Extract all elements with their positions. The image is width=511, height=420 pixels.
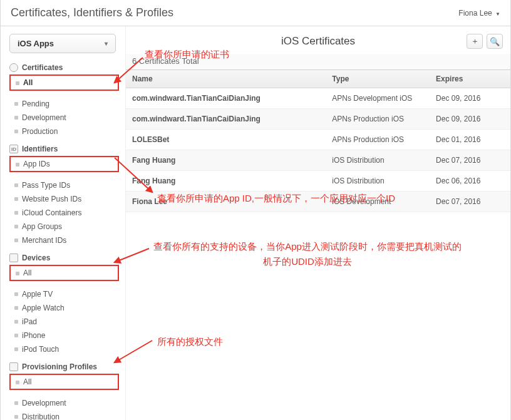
- section-icon: [9, 254, 18, 262]
- table-row[interactable]: com.windward.TianTianCaiDianJingAPNs Pro…: [126, 109, 510, 130]
- cell-type: APNs Production iOS: [326, 130, 430, 150]
- sidebar-item-production[interactable]: Production: [9, 125, 119, 138]
- sidebar-item-development[interactable]: Development: [9, 396, 119, 410]
- section-title: Devices: [22, 254, 50, 262]
- sidebar-item-ipod-touch[interactable]: iPod Touch: [9, 342, 119, 356]
- column-header-expires[interactable]: Expires: [430, 70, 510, 88]
- app-selector[interactable]: iOS Apps ▾: [9, 34, 116, 53]
- section-title: Certificates: [22, 63, 63, 72]
- annotation-devices: 查看你所有的支持的设备，当你App进入测试阶段时，你需要把真机测试的机子的UDI…: [151, 239, 464, 269]
- sidebar: iOS Apps ▾ CertificatesAllPendingDevelop…: [1, 26, 126, 420]
- sidebar-section-identifiers: IDIdentifiers: [9, 145, 119, 153]
- section-icon: [9, 362, 18, 371]
- user-menu[interactable]: Fiona Lee ▼: [458, 9, 500, 18]
- sidebar-item-ipad[interactable]: iPad: [9, 315, 119, 329]
- sidebar-section-provisioning-profiles: Provisioning Profiles: [9, 362, 119, 371]
- sidebar-item-app-groups[interactable]: App Groups: [9, 220, 119, 233]
- sidebar-item-icloud-containers[interactable]: iCloud Containers: [9, 206, 119, 220]
- sidebar-item-development[interactable]: Development: [9, 111, 119, 125]
- cell-name: Fang Huang: [126, 171, 326, 192]
- table-row[interactable]: Fiona LeeiOS DevelopmentDec 07, 2016: [126, 192, 510, 212]
- table-row[interactable]: Fang HuangiOS DistributionDec 07, 2016: [126, 150, 510, 171]
- sidebar-item-iphone[interactable]: iPhone: [9, 329, 119, 342]
- plus-icon: ＋: [471, 36, 479, 47]
- page-title: Certificates, Identifiers & Profiles: [11, 6, 173, 19]
- table-row[interactable]: LOLESBetAPNs Production iOSDec 01, 2016: [126, 130, 510, 150]
- cell-name: Fang Huang: [126, 150, 326, 171]
- sidebar-item-merchant-ids[interactable]: Merchant IDs: [9, 233, 119, 247]
- sidebar-item-apple-tv[interactable]: Apple TV: [9, 287, 119, 301]
- search-icon: 🔍: [490, 37, 500, 46]
- section-title: Identifiers: [22, 145, 58, 153]
- section-icon: [9, 63, 18, 72]
- cell-expires: Dec 09, 2016: [430, 109, 510, 130]
- certificates-table: Name Type Expires com.windward.TianTianC…: [126, 70, 510, 212]
- section-icon: ID: [9, 145, 18, 153]
- sidebar-item-all[interactable]: All: [11, 76, 118, 89]
- table-row[interactable]: com.windward.TianTianCaiDianJingAPNs Dev…: [126, 88, 510, 109]
- sidebar-section-devices: Devices: [9, 254, 119, 262]
- sidebar-section-certificates: Certificates: [9, 63, 119, 72]
- cell-type: APNs Production iOS: [326, 109, 430, 130]
- chevron-down-icon: ▼: [495, 11, 500, 17]
- annotation-profiles: 所有的授权文件: [157, 336, 223, 348]
- sidebar-item-distribution[interactable]: Distribution: [9, 410, 119, 420]
- sidebar-item-pending[interactable]: Pending: [9, 97, 119, 111]
- cell-name: LOLESBet: [126, 130, 326, 150]
- certificates-count: 6 Certificates Total: [126, 54, 510, 70]
- cell-expires: Dec 07, 2016: [430, 192, 510, 212]
- column-header-type[interactable]: Type: [326, 70, 430, 88]
- app-selector-label: iOS Apps: [18, 39, 54, 48]
- main-title: iOS Certificates: [281, 35, 355, 48]
- cell-type: iOS Development: [326, 192, 430, 212]
- table-row[interactable]: Fang HuangiOS DistributionDec 06, 2016: [126, 171, 510, 192]
- titlebar: Certificates, Identifiers & Profiles Fio…: [1, 0, 510, 26]
- sidebar-item-all[interactable]: All: [11, 267, 118, 279]
- search-button[interactable]: 🔍: [487, 34, 503, 49]
- cell-expires: Dec 07, 2016: [430, 150, 510, 171]
- cell-expires: Dec 09, 2016: [430, 88, 510, 109]
- cell-name: com.windward.TianTianCaiDianJing: [126, 88, 326, 109]
- sidebar-item-app-ids[interactable]: App IDs: [11, 158, 118, 170]
- sidebar-item-apple-watch[interactable]: Apple Watch: [9, 301, 119, 315]
- cell-name: com.windward.TianTianCaiDianJing: [126, 109, 326, 130]
- main-panel: iOS Certificates ＋ 🔍 6 Certificates Tota…: [126, 26, 510, 420]
- sidebar-item-pass-type-ids[interactable]: Pass Type IDs: [9, 178, 119, 192]
- section-title: Provisioning Profiles: [22, 362, 97, 371]
- cell-type: iOS Distribution: [326, 171, 430, 192]
- cell-expires: Dec 01, 2016: [430, 130, 510, 150]
- sidebar-item-website-push-ids[interactable]: Website Push IDs: [9, 192, 119, 206]
- cell-type: APNs Development iOS: [326, 88, 430, 109]
- add-button[interactable]: ＋: [467, 34, 483, 49]
- column-header-name[interactable]: Name: [126, 70, 326, 88]
- sidebar-item-all[interactable]: All: [11, 376, 118, 388]
- chevron-down-icon: ▾: [105, 40, 108, 47]
- user-name: Fiona Lee: [458, 9, 492, 18]
- cell-type: iOS Distribution: [326, 150, 430, 171]
- cell-expires: Dec 06, 2016: [430, 171, 510, 192]
- cell-name: Fiona Lee: [126, 192, 326, 212]
